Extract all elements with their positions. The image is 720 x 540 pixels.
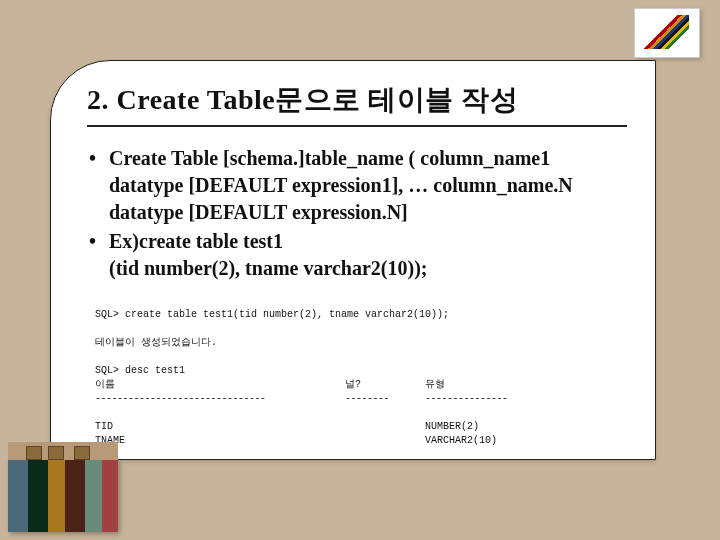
- desc-header-row: 이름널?유형: [95, 378, 627, 392]
- pencils-image: [634, 8, 700, 58]
- desc-col-null-header: 널?: [345, 378, 425, 392]
- desc-col-name-header: 이름: [95, 378, 345, 392]
- slide-title: 2. Create Table문으로 테이블 작성: [87, 81, 627, 127]
- bullet-item: Create Table [schema.]table_name ( colum…: [87, 145, 627, 226]
- col-name-value: TNAME: [95, 434, 345, 448]
- decorative-books-image: [8, 460, 118, 532]
- terminal-output: SQL> create table test1(tid number(2), t…: [95, 294, 627, 448]
- desc-col-type-header: 유형: [425, 378, 565, 392]
- desc-divider-row: ----------------------------------------…: [95, 392, 627, 406]
- bullet-item: Ex)create table test1 (tid number(2), tn…: [87, 228, 627, 282]
- dash: --------: [345, 392, 425, 406]
- dash: ---------------: [425, 392, 565, 406]
- bullet-text: Create Table [schema.]table_name ( colum…: [109, 147, 573, 223]
- bullet-text: Ex)create table test1 (tid number(2), tn…: [109, 230, 427, 279]
- dash: -------------------------------: [95, 392, 345, 406]
- slide-card: 2. Create Table문으로 테이블 작성 Create Table […: [50, 60, 656, 460]
- sql-create-line: SQL> create table test1(tid number(2), t…: [95, 309, 449, 320]
- col-type-value: VARCHAR2(10): [425, 434, 565, 448]
- col-null-value: [345, 434, 425, 448]
- col-null-value: [345, 420, 425, 434]
- col-name-value: TID: [95, 420, 345, 434]
- col-type-value: NUMBER(2): [425, 420, 565, 434]
- sql-created-msg: 테이블이 생성되었습니다.: [95, 337, 217, 348]
- sql-desc-line: SQL> desc test1: [95, 365, 185, 376]
- table-row: TNAMEVARCHAR2(10): [95, 434, 627, 448]
- table-row: TIDNUMBER(2): [95, 420, 627, 434]
- bullet-list: Create Table [schema.]table_name ( colum…: [87, 145, 627, 282]
